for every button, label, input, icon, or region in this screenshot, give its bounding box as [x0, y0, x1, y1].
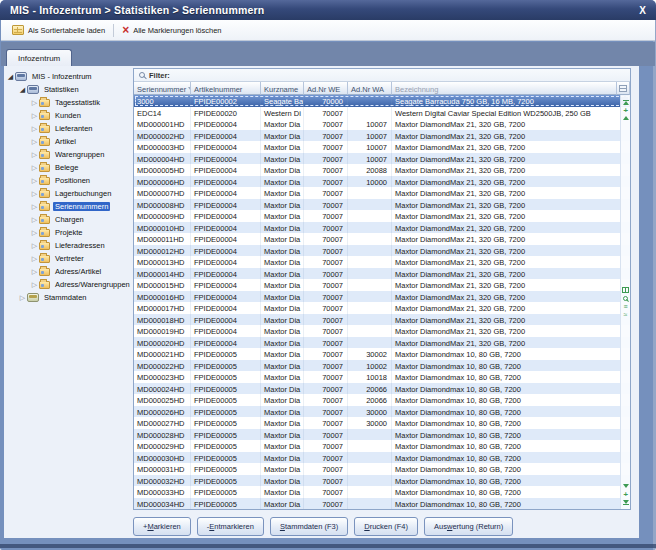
expand-glyph-icon[interactable]: ▷ — [30, 164, 39, 172]
clear-marks-button[interactable]: × Alle Markierungen löschen — [117, 23, 226, 37]
expand-glyph-icon[interactable]: ▷ — [30, 138, 39, 146]
grid-row[interactable]: MD000025HDFPIDE00005Maxtor Dia7000720066… — [134, 394, 630, 406]
grid-row[interactable]: MD000032HDFPIDE00005Maxtor Dia70007Maxto… — [134, 475, 630, 487]
column-header-ad-nr-we[interactable]: Ad.Nr WE — [304, 82, 348, 95]
tree-item-belege[interactable]: ▷Belege — [6, 161, 132, 174]
columns-icon[interactable] — [621, 286, 630, 294]
tab-infozentrum[interactable]: Infozentrum — [6, 49, 72, 66]
grid-row[interactable]: MD000018HDFPIDE00004Maxtor Dia70007Maxto… — [134, 314, 630, 326]
close-icon[interactable]: X — [637, 5, 648, 16]
scroll-up-icon[interactable] — [621, 114, 630, 122]
column-header-kurzname[interactable]: Kurzname — [261, 82, 304, 95]
expand-glyph-icon[interactable]: ▷ — [30, 99, 39, 107]
scroll-down-icon[interactable] — [621, 482, 630, 490]
expand-glyph-icon[interactable]: ▷ — [30, 112, 39, 120]
grid-row[interactable]: MD000021HDFPIDE00005Maxtor Dia7000730002… — [134, 348, 630, 360]
tree-item-kunden[interactable]: ▷Kunden — [6, 109, 132, 122]
rows-icon[interactable]: ≡ — [621, 302, 630, 310]
grid-row[interactable]: MD000014HDFPIDE00004Maxtor Dia70007Maxto… — [134, 268, 630, 280]
auswertung-return--button[interactable]: Auswertung (Return) — [424, 517, 513, 536]
tree-item-stammdaten[interactable]: ▷Stammdaten — [6, 291, 132, 304]
tree-item-chargen[interactable]: ▷Chargen — [6, 213, 132, 226]
expand-glyph-icon[interactable]: ▷ — [30, 125, 39, 133]
expand-glyph-icon[interactable]: ▷ — [30, 177, 39, 185]
column-chooser-button[interactable] — [617, 82, 630, 95]
grid-row[interactable]: MD000027HDFPIDE00005Maxtor Dia7000730000… — [134, 417, 630, 429]
expand-glyph-icon[interactable]: ▷ — [30, 242, 39, 250]
-entmarkieren-button[interactable]: - Entmarkieren — [197, 517, 264, 536]
tree-item-lieferanten[interactable]: ▷Lieferanten — [6, 122, 132, 135]
grid-row[interactable]: MD000010HDFPIDE00004Maxtor Dia70007Maxto… — [134, 222, 630, 234]
scroll-first-icon[interactable] — [621, 98, 630, 106]
grid-row[interactable]: MD000003HDFPIDE00004Maxtor Dia7000710007… — [134, 141, 630, 153]
grid-row[interactable]: MD000009HDFPIDE00004Maxtor Dia70007Maxto… — [134, 210, 630, 222]
grid-row[interactable]: MD000012HDFPIDE00004Maxtor Dia70007Maxto… — [134, 245, 630, 257]
grid-row[interactable]: MD000026HDFPIDE00005Maxtor Dia7000730000… — [134, 406, 630, 418]
grid-row[interactable]: EDC14FPIDE00020Western Di70007Western Di… — [134, 107, 630, 119]
grid-row[interactable]: MD000016HDFPIDE00004Maxtor Dia70007Maxto… — [134, 291, 630, 303]
expand-glyph-icon[interactable]: ▷ — [30, 216, 39, 224]
expand-glyph-icon[interactable]: ▷ — [30, 281, 39, 289]
collapse-glyph-icon[interactable]: ◢ — [6, 73, 15, 81]
tree-item-lieferadressen[interactable]: ▷Lieferadressen — [6, 239, 132, 252]
tree-item-positionen[interactable]: ▷Positionen — [6, 174, 132, 187]
drucken-f4--button[interactable]: Drucken (F4) — [354, 517, 418, 536]
grid-row[interactable]: MD000013HDFPIDE00004Maxtor Dia70007Maxto… — [134, 256, 630, 268]
grid-row[interactable]: MD000020HDFPIDE00004Maxtor Dia70007Maxto… — [134, 337, 630, 349]
filter-row[interactable]: Filter: — [134, 69, 630, 82]
stammdaten-f3--button[interactable]: Stammdaten (F3) — [270, 517, 348, 536]
tree-item-artikel[interactable]: ▷Artikel — [6, 135, 132, 148]
tree-item-adress-warengruppen[interactable]: ▷Adress/Warengruppen — [6, 278, 132, 291]
column-header-bezeichnung[interactable]: Bezeichnung — [392, 82, 617, 95]
column-header-artikelnummer[interactable]: Artikelnummer — [191, 82, 261, 95]
expand-glyph-icon[interactable]: ▷ — [18, 294, 27, 302]
grid-row[interactable]: MD000030HDFPIDE00005Maxtor Dia70007Maxto… — [134, 452, 630, 464]
grid-row[interactable]: MD000033HDFPIDE00005Maxtor Dia70007Maxto… — [134, 486, 630, 498]
tree-item-lagerbuchungen[interactable]: ▷Lagerbuchungen — [6, 187, 132, 200]
expand-glyph-icon[interactable]: ▷ — [30, 203, 39, 211]
expand-glyph-icon[interactable]: ▷ — [30, 255, 39, 263]
grid-row[interactable]: MD000034HDFPIDE00005Maxtor Dia70007Maxto… — [134, 498, 630, 510]
grid-row[interactable]: MD000017HDFPIDE00004Maxtor Dia70007Maxto… — [134, 302, 630, 314]
grid-row[interactable]: MD000005HDFPIDE00004Maxtor Dia7000720088… — [134, 164, 630, 176]
grid-row[interactable]: 3000FPIDE00002Seagate Ba70000Seagate Bar… — [134, 95, 630, 107]
grid-row[interactable]: MD000007HDFPIDE00004Maxtor Dia70007Maxto… — [134, 187, 630, 199]
expand-glyph-icon[interactable]: ▷ — [30, 151, 39, 159]
tree-item-projekte[interactable]: ▷Projekte — [6, 226, 132, 239]
grid-row[interactable]: MD000002HDFPIDE00004Maxtor Dia7000710007… — [134, 130, 630, 142]
grid-row[interactable]: MD000022HDFPIDE00005Maxtor Dia7000710002… — [134, 360, 630, 372]
column-header-seriennummer[interactable]: Seriennummer — [134, 82, 191, 95]
insert-icon[interactable]: + — [621, 490, 630, 498]
column-header-ad-nr-wa[interactable]: Ad.Nr WA — [348, 82, 392, 95]
tree-item-vertreter[interactable]: ▷Vertreter — [6, 252, 132, 265]
grid-row[interactable]: MD000011HDFPIDE00004Maxtor Dia70007Maxto… — [134, 233, 630, 245]
collapse-glyph-icon[interactable]: ◢ — [18, 86, 27, 94]
grid-row[interactable]: MD000019HDFPIDE00004Maxtor Dia70007Maxto… — [134, 325, 630, 337]
tree-item-warengruppen[interactable]: ▷Warengruppen — [6, 148, 132, 161]
tree-item-tagesstatistik[interactable]: ▷Tagesstatistik — [6, 96, 132, 109]
grid-row[interactable]: MD000008HDFPIDE00004Maxtor Dia70007Maxto… — [134, 199, 630, 211]
grid-row[interactable]: MD000029HDFPIDE00005Maxtor Dia70007Maxto… — [134, 440, 630, 452]
grid-row[interactable]: MD000001HDFPIDE00004Maxtor Dia7000710007… — [134, 118, 630, 130]
insert-icon[interactable]: + — [621, 106, 630, 114]
tree-item-mis-infozentrum[interactable]: ◢MIS - Infozentrum — [6, 70, 132, 83]
search-icon[interactable] — [621, 294, 630, 302]
tree-item-adress-artikel[interactable]: ▷Adress/Artikel — [6, 265, 132, 278]
filter-icon[interactable]: ≈ — [621, 310, 630, 318]
tree-item-statistiken[interactable]: ◢Statistiken — [6, 83, 132, 96]
grid-row[interactable]: MD000015HDFPIDE00004Maxtor Dia70007Maxto… — [134, 279, 630, 291]
expand-glyph-icon[interactable]: ▷ — [30, 190, 39, 198]
tree-item-seriennummern[interactable]: ▷Seriennummern — [6, 200, 132, 213]
grid-row[interactable]: MD000023HDFPIDE00005Maxtor Dia7000710018… — [134, 371, 630, 383]
grid-row[interactable]: MD000031HDFPIDE00005Maxtor Dia70007Maxto… — [134, 463, 630, 475]
grid-row[interactable]: MD000028HDFPIDE00005Maxtor Dia70007Maxto… — [134, 429, 630, 441]
-markieren-button[interactable]: + Markieren — [133, 517, 191, 536]
load-sort-table-button[interactable]: Als Sortiertabelle laden — [7, 23, 110, 37]
grid-row[interactable]: MD000004HDFPIDE00004Maxtor Dia7000710007… — [134, 153, 630, 165]
expand-glyph-icon[interactable]: ▷ — [30, 229, 39, 237]
scroll-last-icon[interactable] — [621, 498, 630, 506]
grid-row[interactable]: MD000006HDFPIDE00004Maxtor Dia7000710000… — [134, 176, 630, 188]
expand-glyph-icon[interactable]: ▷ — [30, 268, 39, 276]
grid-row[interactable]: MD000024HDFPIDE00005Maxtor Dia7000720066… — [134, 383, 630, 395]
grid-cell: FPIDE00004 — [191, 222, 261, 234]
